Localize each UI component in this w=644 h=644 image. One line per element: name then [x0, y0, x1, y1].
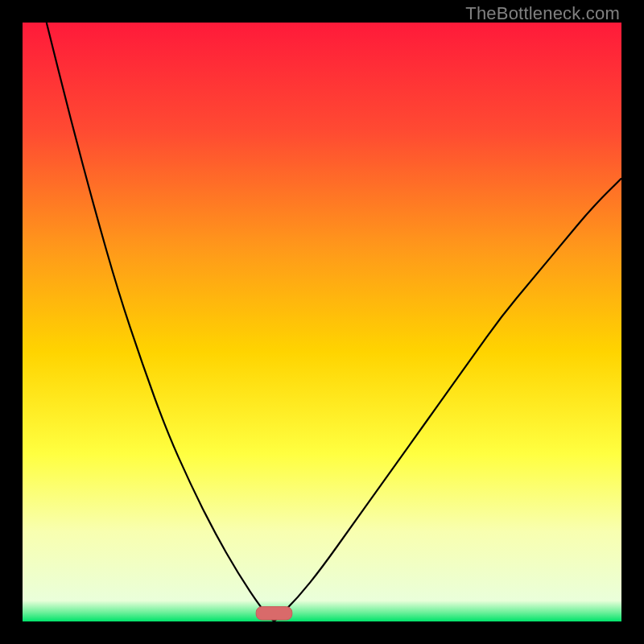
optimum-marker: [256, 607, 292, 620]
bottleneck-chart: [23, 23, 621, 621]
chart-frame: [23, 23, 621, 621]
plot-background: [23, 23, 621, 621]
watermark-text: TheBottleneck.com: [465, 3, 620, 24]
